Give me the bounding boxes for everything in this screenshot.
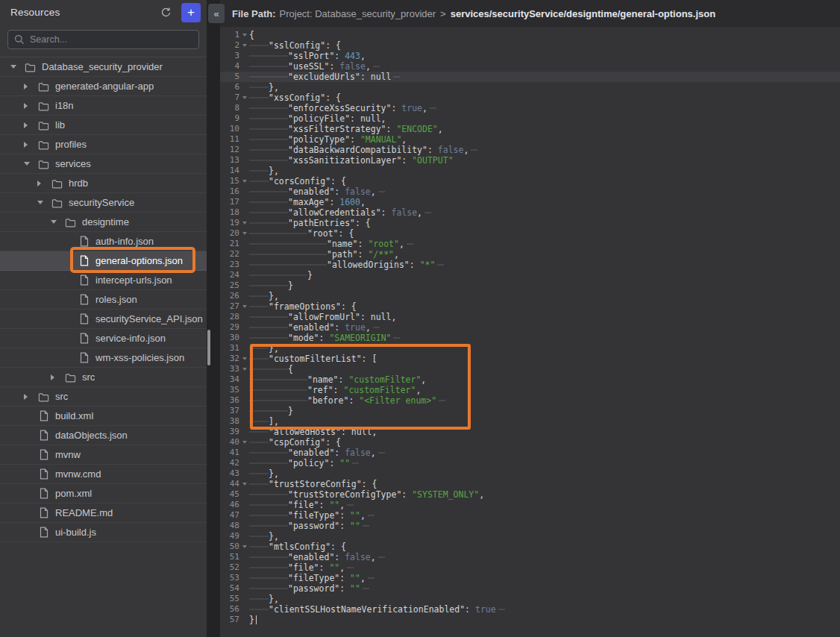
code-line-6[interactable]: 6},: [220, 82, 840, 92]
add-resource-button[interactable]: +: [181, 3, 201, 22]
code-line-8[interactable]: 8"enforceXssSecurity": true,: [220, 103, 840, 113]
fold-arrow-icon[interactable]: [239, 357, 249, 360]
code-line-12[interactable]: 12"dataBackwardCompatibility": false,: [220, 145, 840, 155]
search-input[interactable]: [30, 34, 192, 45]
tree-item-roles.json[interactable]: roles.json: [0, 290, 207, 310]
code-line-47[interactable]: 47"fileType": "",: [220, 510, 840, 521]
code-line-25[interactable]: 25}: [220, 280, 840, 291]
caret-right-icon[interactable]: [24, 102, 37, 110]
code-line-19[interactable]: 19"pathEntries": {: [220, 218, 840, 228]
code-line-14[interactable]: 14},: [220, 166, 840, 176]
fold-arrow-icon[interactable]: [239, 222, 249, 225]
code-line-45[interactable]: 45"trustStoreConfigType": "SYSTEM_ONLY",: [220, 489, 840, 500]
code-line-44[interactable]: 44"trustStoreConfig": {: [220, 479, 840, 489]
code-line-37[interactable]: 37}: [220, 406, 840, 416]
fold-arrow-icon[interactable]: [239, 483, 249, 486]
tree-item-README.md[interactable]: README.md: [0, 503, 207, 523]
code-line-10[interactable]: 10"xssFilterStrategy": "ENCODE",: [220, 124, 840, 134]
tree-item-src[interactable]: src: [0, 387, 207, 407]
fold-arrow-icon[interactable]: [239, 368, 249, 371]
code-line-51[interactable]: 51"enabled": false,: [220, 552, 840, 562]
code-line-34[interactable]: 34"name": "customFilter",: [220, 374, 840, 385]
tree-item-services[interactable]: services: [0, 154, 207, 174]
code-line-55[interactable]: 55},: [220, 594, 840, 604]
caret-right-icon[interactable]: [24, 393, 37, 401]
collapse-sidebar-button[interactable]: «: [208, 4, 225, 23]
code-line-56[interactable]: 56"clientSSLHostNameVerificationEnabled"…: [220, 604, 840, 615]
code-line-24[interactable]: 24}: [220, 270, 840, 280]
code-line-17[interactable]: 17"maxAge": 1600,: [220, 197, 840, 207]
code-line-2[interactable]: 2"sslConfig": {: [220, 40, 840, 51]
code-line-54[interactable]: 54"password": "": [220, 583, 840, 594]
code-line-21[interactable]: 21"name": "root",: [220, 239, 840, 249]
tree-item-auth-info.json[interactable]: auth-info.json: [0, 232, 207, 251]
tree-item-Database_security_provider[interactable]: Database_security_provider: [0, 57, 207, 77]
code-line-16[interactable]: 16"enabled": false,: [220, 186, 840, 197]
tree-item-lib[interactable]: lib: [0, 116, 207, 135]
code-line-50[interactable]: 50"mtlsConfig": {: [220, 542, 840, 552]
code-line-23[interactable]: 23"allowedOrigins": "*": [220, 260, 840, 270]
code-line-22[interactable]: 22"path": "/**",: [220, 249, 840, 260]
code-line-11[interactable]: 11"policyType": "MANUAL",: [220, 134, 840, 145]
caret-right-icon[interactable]: [37, 180, 51, 187]
tree-item-intercept-urls.json[interactable]: intercept-urls.json: [0, 271, 207, 290]
caret-right-icon[interactable]: [51, 374, 64, 381]
code-line-46[interactable]: 46"file": "",: [220, 500, 840, 510]
code-line-5[interactable]: 5"excludedUrls": null: [220, 72, 840, 82]
code-line-41[interactable]: 41"enabled": false,: [220, 448, 840, 458]
code-line-13[interactable]: 13"xssSanitizationLayer": "OUTPUT": [220, 155, 840, 166]
code-line-30[interactable]: 30"mode": "SAMEORIGIN": [220, 333, 840, 343]
code-line-3[interactable]: 3"sslPort": 443,: [220, 51, 840, 61]
code-line-42[interactable]: 42"policy": "": [220, 458, 840, 468]
code-line-15[interactable]: 15"corsConfig": {: [220, 176, 840, 186]
fold-arrow-icon[interactable]: [239, 305, 249, 308]
search-box[interactable]: [7, 30, 199, 49]
code-line-7[interactable]: 7"xssConfig": {: [220, 92, 840, 103]
code-line-1[interactable]: 1{: [220, 30, 840, 40]
tree-item-build.xml[interactable]: build.xml: [0, 407, 207, 426]
fold-arrow-icon[interactable]: [239, 96, 249, 99]
code-line-33[interactable]: 33{: [220, 364, 840, 374]
code-line-39[interactable]: 39"allowedHosts": null,: [220, 427, 840, 437]
code-line-18[interactable]: 18"allowCredentials": false,: [220, 207, 840, 218]
code-line-52[interactable]: 52"file": "",: [220, 562, 840, 573]
tree-item-generated-angular-app[interactable]: generated-angular-app: [0, 77, 207, 96]
code-line-49[interactable]: 49},: [220, 531, 840, 542]
fold-arrow-icon[interactable]: [239, 441, 249, 444]
tree-item-pom.xml[interactable]: pom.xml: [0, 484, 207, 503]
caret-down-icon[interactable]: [51, 219, 64, 226]
code-line-29[interactable]: 29"enabled": true,: [220, 322, 840, 333]
code-line-38[interactable]: 38],: [220, 416, 840, 427]
code-line-36[interactable]: 36"before": "<Filter enum>": [220, 395, 840, 406]
refresh-button[interactable]: [156, 3, 175, 22]
tree-item-i18n[interactable]: i18n: [0, 96, 207, 116]
tree-item-general-options.json[interactable]: general-options.json: [0, 251, 207, 271]
code-line-48[interactable]: 48"password": "": [220, 521, 840, 531]
code-line-26[interactable]: 26},: [220, 291, 840, 301]
sidebar-scrollbar-thumb[interactable]: [207, 330, 210, 365]
tree-item-src[interactable]: src: [0, 368, 207, 387]
code-line-28[interactable]: 28"allowFromUrl": null,: [220, 312, 840, 322]
code-area[interactable]: 1{2"sslConfig": {3"sslPort": 443,4"useSS…: [220, 27, 840, 637]
fold-arrow-icon[interactable]: [239, 232, 249, 235]
tree-item-mvnw[interactable]: mvnw: [0, 445, 207, 465]
code-line-4[interactable]: 4"useSSL": false,: [220, 61, 840, 72]
tree-item-wm-xss-policies.json[interactable]: wm-xss-policies.json: [0, 348, 207, 368]
tree-item-service-info.json[interactable]: service-info.json: [0, 329, 207, 348]
code-line-35[interactable]: 35"ref": "customFilter",: [220, 385, 840, 395]
tree-item-securityService[interactable]: securityService: [0, 193, 207, 213]
caret-down-icon[interactable]: [24, 160, 37, 168]
tree-item-securityService_API.json[interactable]: securityService_API.json: [0, 310, 207, 329]
fold-arrow-icon[interactable]: [239, 545, 249, 548]
tree-item-designtime[interactable]: designtime: [0, 213, 207, 232]
code-line-27[interactable]: 27"frameOptions": {: [220, 301, 840, 312]
code-line-9[interactable]: 9"policyFile": null,: [220, 113, 840, 124]
fold-arrow-icon[interactable]: [239, 34, 249, 37]
tree-item-dataObjects.json[interactable]: dataObjects.json: [0, 426, 207, 445]
tree-item-mvnw.cmd[interactable]: mvnw.cmd: [0, 465, 207, 484]
caret-down-icon[interactable]: [10, 63, 24, 71]
code-line-57[interactable]: 57}: [220, 615, 840, 625]
tree-item-ui-build.js[interactable]: ui-build.js: [0, 523, 207, 542]
tree-item-profiles[interactable]: profiles: [0, 135, 207, 154]
code-line-40[interactable]: 40"cspConfig": {: [220, 437, 840, 448]
